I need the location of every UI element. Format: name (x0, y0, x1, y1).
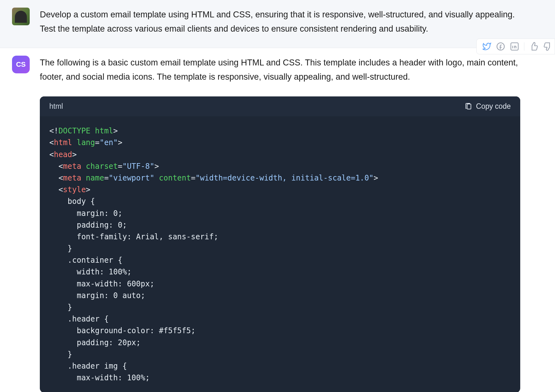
bot-message-content: The following is a basic custom email te… (40, 56, 533, 392)
tok-charset: charset (86, 162, 118, 171)
tok-style: style (63, 185, 86, 194)
linkedin-icon[interactable] (510, 42, 519, 51)
bot-message-row: CS The following is a basic custom email… (0, 48, 555, 392)
tok-meta1: meta (63, 162, 81, 171)
tok-head: head (54, 150, 72, 159)
code-header: html Copy code (40, 96, 520, 116)
code-block: html Copy code <!DOCTYPE html> <html lan… (40, 96, 520, 392)
tok-content: content (159, 174, 191, 182)
tok-lang: lang (77, 138, 95, 147)
clipboard-icon (465, 103, 472, 110)
bot-avatar-label: CS (16, 60, 26, 69)
tok-viewport: "viewport" (109, 174, 155, 182)
bot-intro-text: The following is a basic custom email te… (40, 56, 520, 84)
tok-meta2: meta (63, 174, 81, 182)
divider (524, 42, 524, 51)
svg-rect-2 (467, 104, 471, 109)
tok-css: body { margin: 0; padding: 0; font-famil… (49, 197, 218, 382)
thumbs-down-icon[interactable] (543, 42, 552, 51)
tok-html: html (95, 126, 113, 135)
copy-code-button[interactable]: Copy code (465, 102, 511, 111)
user-prompt-text: Develop a custom email template using HT… (40, 8, 520, 36)
twitter-icon[interactable] (482, 42, 491, 51)
code-body[interactable]: <!DOCTYPE html> <html lang="en"> <head> … (40, 116, 520, 392)
bot-avatar: CS (12, 56, 30, 73)
copy-code-label: Copy code (476, 102, 511, 111)
thumbs-up-icon[interactable] (529, 42, 538, 51)
tok-name: name (86, 174, 104, 182)
tok-doctype: DOCTYPE (58, 126, 90, 135)
user-message-content: Develop a custom email template using HT… (40, 8, 533, 36)
tok-charset-val: "UTF-8" (122, 162, 154, 171)
tok-content-val: "width=device-width, initial-scale=1.0" (195, 174, 374, 182)
tok-lang-val: "en" (100, 138, 118, 147)
tok-html-open: html (54, 138, 72, 147)
code-language-label: html (49, 102, 63, 111)
user-avatar (12, 8, 30, 25)
facebook-icon[interactable] (496, 42, 505, 51)
share-bar (476, 39, 555, 54)
user-message-row: Develop a custom email template using HT… (0, 0, 555, 48)
